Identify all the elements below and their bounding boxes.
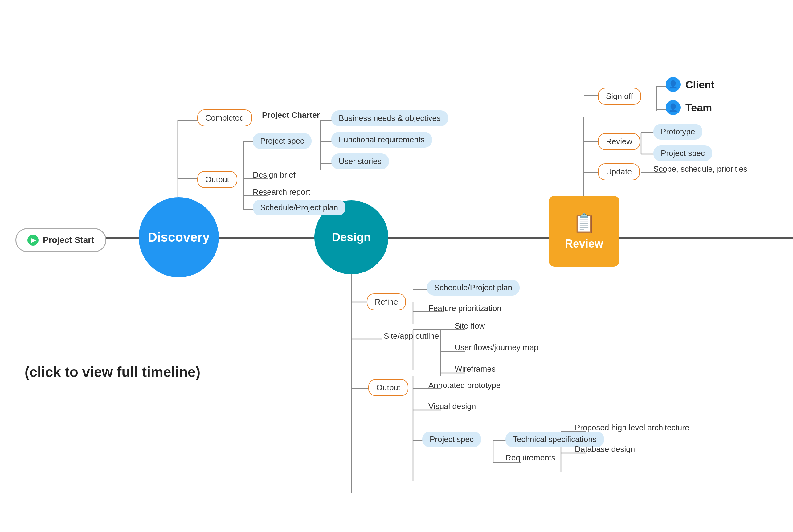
output-tag-design: Output: [368, 379, 408, 396]
schedule-plan-refine-tag: Schedule/Project plan: [427, 280, 520, 296]
project-start-label: Project Start: [43, 235, 94, 245]
review-icon: 📋: [573, 212, 596, 234]
project-spec-review-tag: Project spec: [653, 146, 712, 161]
wireframes-label: Wireframes: [454, 364, 496, 374]
annotated-prototype-label: Annotated prototype: [428, 381, 501, 390]
review-sub-tag: Review: [598, 133, 640, 150]
completed-tag: Completed: [197, 110, 252, 126]
database-design-label: Database design: [575, 444, 635, 454]
discovery-stage[interactable]: Discovery: [139, 197, 219, 278]
update-label: Scope, schedule, priorities: [653, 164, 748, 174]
design-brief-label: Design brief: [253, 170, 295, 180]
business-needs-tag: Business needs & objectives: [331, 110, 448, 126]
schedule-plan-tag-discovery: Schedule/Project plan: [253, 200, 346, 215]
proposed-architecture-label: Proposed high level architecture: [575, 423, 689, 433]
design-label: Design: [332, 231, 371, 244]
project-start-icon: ▶: [27, 234, 39, 246]
research-report-label: Research report: [253, 187, 310, 197]
click-to-view[interactable]: (click to view full timeline): [25, 364, 200, 380]
feature-prioritization-label: Feature prioritization: [428, 304, 501, 313]
team-avatar: 👤: [666, 100, 680, 115]
discovery-label: Discovery: [148, 230, 210, 245]
site-flow-label: Site flow: [454, 321, 485, 331]
team-label: Team: [685, 102, 712, 114]
visual-design-label: Visual design: [428, 402, 476, 411]
team-avatar-item: 👤 Team: [666, 100, 712, 115]
diagram-container: ▶ Project Start Discovery Design 📋 Revie…: [0, 0, 793, 532]
project-start: ▶ Project Start: [15, 228, 106, 252]
review-stage[interactable]: 📋 Review: [548, 196, 619, 267]
user-stories-tag: User stories: [331, 153, 389, 169]
prototype-tag: Prototype: [653, 124, 702, 140]
client-avatar-item: 👤 Client: [666, 77, 714, 92]
refine-tag: Refine: [367, 293, 406, 310]
sign-off-tag: Sign off: [598, 88, 641, 105]
functional-req-tag: Functional requirements: [331, 132, 432, 148]
user-flows-label: User flows/journey map: [454, 343, 538, 352]
project-spec-tag: Project spec: [253, 133, 312, 149]
requirements-label: Requirements: [505, 453, 555, 463]
project-spec-design-tag: Project spec: [422, 432, 481, 447]
review-label: Review: [565, 238, 603, 250]
output-tag-discovery: Output: [197, 171, 237, 188]
update-tag: Update: [598, 163, 640, 180]
client-label: Client: [685, 79, 714, 91]
site-app-outline-label: Site/app outline: [384, 331, 439, 341]
project-charter-label: Project Charter: [262, 110, 320, 120]
client-avatar: 👤: [666, 77, 680, 92]
